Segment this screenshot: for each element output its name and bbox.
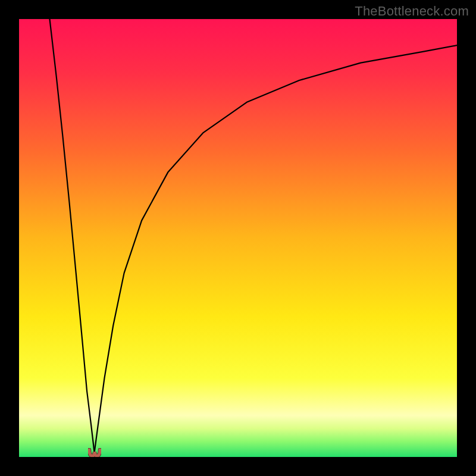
- watermark-text: TheBottleneck.com: [355, 4, 469, 19]
- curve-left-branch: [50, 19, 95, 453]
- curve-right-branch: [95, 45, 457, 452]
- chart-frame: TheBottleneck.com: [0, 0, 476, 476]
- curve-layer: [19, 19, 457, 457]
- plot-area: [19, 19, 457, 457]
